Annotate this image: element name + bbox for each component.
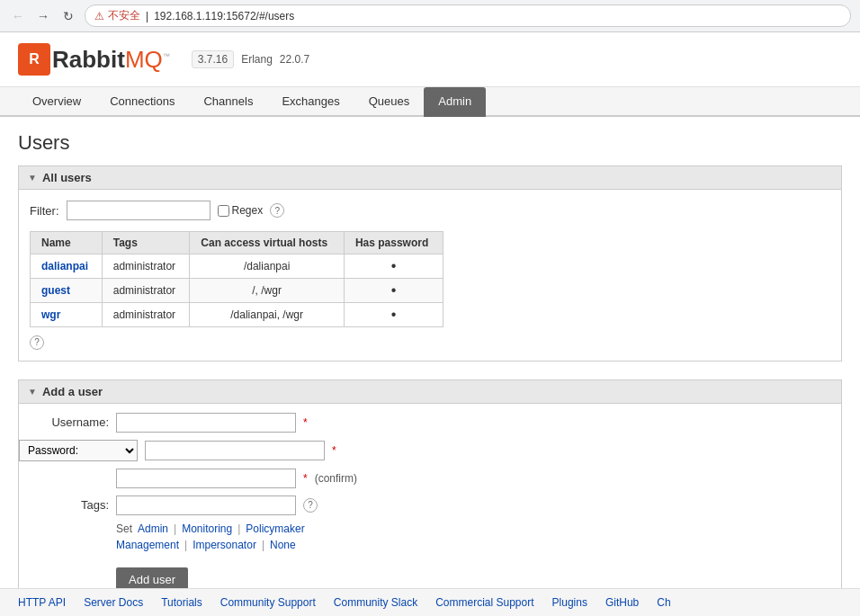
app-nav: Overview Connections Channels Exchanges …	[0, 87, 860, 117]
user-password-cell: •	[344, 254, 443, 279]
logo-mq: MQ	[125, 46, 163, 73]
regex-checkbox[interactable]	[218, 205, 229, 217]
tags-help-button[interactable]: ?	[303, 498, 318, 513]
confirm-password-row: * (confirm)	[19, 469, 841, 488]
footer-link-server-docs[interactable]: Server Docs	[84, 596, 143, 609]
logo-container: R RabbitMQ™	[18, 43, 170, 76]
user-link-dalianpai[interactable]: dalianpai	[41, 260, 88, 272]
logo-tm: ™	[163, 52, 170, 60]
footer-link-tutorials[interactable]: Tutorials	[161, 596, 202, 609]
question-row: ?	[30, 335, 830, 350]
password-row: Password: Hashed password: *	[19, 440, 841, 461]
all-users-title: All users	[42, 171, 92, 184]
footer-link-ch[interactable]: Ch	[657, 596, 670, 609]
set-label: Set	[116, 522, 132, 535]
confirm-required: *	[303, 472, 308, 485]
page-title: Users	[18, 131, 842, 155]
confirm-label: (confirm)	[315, 472, 357, 485]
filter-row: Filter: Regex ?	[30, 201, 830, 220]
add-user-section-header[interactable]: ▼ Add a user	[18, 379, 842, 403]
user-tags-cell: administrator	[102, 303, 190, 327]
user-link-wgr[interactable]: wgr	[41, 308, 60, 321]
username-input[interactable]	[116, 413, 296, 433]
filter-help-button[interactable]: ?	[270, 203, 284, 218]
tab-overview[interactable]: Overview	[18, 87, 95, 117]
table-help-button[interactable]: ?	[30, 335, 44, 350]
col-tags: Tags	[102, 232, 190, 254]
footer-link-commercial-support[interactable]: Commercial Support	[435, 596, 533, 609]
forward-button[interactable]: →	[34, 7, 52, 25]
tab-channels[interactable]: Channels	[189, 87, 267, 117]
tab-queues[interactable]: Queues	[354, 87, 425, 117]
confirm-password-input[interactable]	[116, 469, 296, 488]
logo-text: RabbitMQ™	[52, 46, 170, 74]
set-row-1: Set Admin | Monitoring | Policymaker	[19, 522, 841, 535]
user-password-cell: •	[344, 303, 443, 327]
user-link-guest[interactable]: guest	[41, 284, 70, 297]
footer-link-community-support[interactable]: Community Support	[220, 596, 316, 609]
logo-rabbit: Rabbit	[52, 46, 125, 73]
footer-link-community-slack[interactable]: Community Slack	[334, 596, 417, 609]
tag-monitoring-link[interactable]: Monitoring	[182, 522, 232, 535]
tag-impersonator-link[interactable]: Impersonator	[193, 539, 256, 551]
version-info: 3.7.16 Erlang 22.0.7	[192, 50, 309, 68]
main-content: Users ▼ All users Filter: Regex ?	[0, 117, 860, 616]
app-footer: HTTP API Server Docs Tutorials Community…	[0, 588, 860, 616]
user-tags-cell: administrator	[102, 254, 190, 279]
password-bullet: •	[391, 282, 397, 298]
user-name-cell: dalianpai	[31, 254, 103, 279]
tags-label: Tags:	[19, 498, 109, 512]
filter-input[interactable]	[67, 201, 211, 220]
footer-link-github[interactable]: GitHub	[605, 596, 639, 609]
footer-link-http-api[interactable]: HTTP API	[18, 596, 66, 609]
version-badge: 3.7.16	[192, 50, 234, 68]
password-type-select[interactable]: Password: Hashed password:	[19, 440, 138, 461]
tag-admin-link[interactable]: Admin	[138, 522, 168, 535]
erlang-version: 22.0.7	[280, 53, 309, 66]
add-user-body: Username: * Password: Hashed password: *	[18, 403, 842, 602]
users-table: Name Tags Can access virtual hosts Has p…	[30, 231, 443, 327]
regex-checkbox-label: Regex	[218, 204, 264, 217]
tag-management-link[interactable]: Management	[116, 539, 179, 551]
all-users-section: ▼ All users Filter: Regex ? Name	[18, 165, 842, 362]
add-user-collapse-icon: ▼	[28, 387, 37, 397]
user-name-cell: guest	[31, 279, 103, 303]
tab-connections[interactable]: Connections	[95, 87, 189, 117]
browser-chrome: ← → ↻ ⚠ 不安全 | 192.168.1.119:15672/#/user…	[0, 0, 860, 32]
back-button[interactable]: ←	[9, 7, 27, 25]
footer-link-plugins[interactable]: Plugins	[552, 596, 587, 609]
username-required: *	[303, 416, 308, 429]
tag-none-link[interactable]: None	[270, 539, 296, 551]
logo-icon: R	[18, 43, 50, 76]
tags-row: Tags: ?	[19, 495, 841, 515]
collapse-icon: ▼	[28, 173, 37, 183]
users-table-body: dalianpai administrator /dalianpai • gue…	[31, 254, 443, 327]
username-label: Username:	[19, 415, 109, 429]
table-row: guest administrator /, /wgr •	[31, 279, 443, 303]
tab-exchanges[interactable]: Exchanges	[267, 87, 354, 117]
app-header: R RabbitMQ™ 3.7.16 Erlang 22.0.7	[0, 32, 860, 87]
username-row: Username: *	[19, 413, 841, 433]
col-vhosts: Can access virtual hosts	[190, 232, 345, 254]
tab-admin[interactable]: Admin	[424, 87, 486, 117]
reload-button[interactable]: ↻	[59, 7, 77, 25]
warning-icon: ⚠	[94, 10, 104, 22]
erlang-label: Erlang	[241, 53, 273, 66]
security-indicator: ⚠ 不安全	[94, 8, 140, 23]
col-password: Has password	[344, 232, 443, 254]
user-name-cell: wgr	[31, 303, 103, 327]
tag-policymaker-link[interactable]: Policymaker	[246, 522, 304, 535]
add-user-title: Add a user	[42, 385, 103, 398]
user-vhosts-cell: /, /wgr	[190, 279, 345, 303]
all-users-section-header[interactable]: ▼ All users	[18, 165, 842, 189]
user-tags-cell: administrator	[102, 279, 190, 303]
address-bar[interactable]: ⚠ 不安全 | 192.168.1.119:15672/#/users	[85, 4, 851, 27]
user-vhosts-cell: /dalianpai, /wgr	[190, 303, 345, 327]
tags-input[interactable]	[116, 495, 296, 515]
user-vhosts-cell: /dalianpai	[190, 254, 345, 279]
set-row-2: Management | Impersonator | None	[19, 539, 841, 551]
user-password-cell: •	[344, 279, 443, 303]
password-input[interactable]	[145, 441, 325, 460]
table-row: dalianpai administrator /dalianpai •	[31, 254, 443, 279]
password-required: *	[332, 444, 336, 457]
